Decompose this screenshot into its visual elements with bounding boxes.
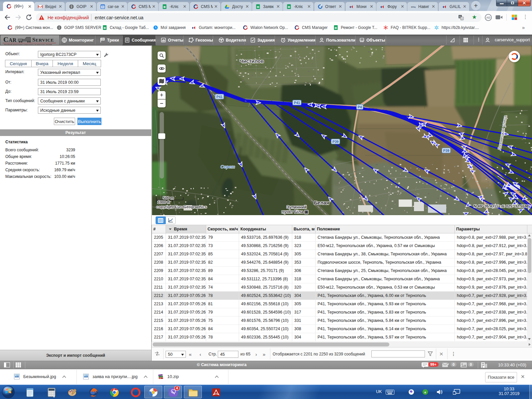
- svg-text:Зупинний: Зупинний: [287, 205, 307, 209]
- svg-text:P39: P39: [332, 140, 339, 144]
- svg-text:e: e: [425, 390, 426, 394]
- svg-text:1000 ft: 1000 ft: [158, 200, 170, 204]
- svg-text:文: 文: [461, 17, 464, 20]
- svg-text:Белая: Белая: [314, 200, 329, 205]
- svg-text:пункт Біла ▣: пункт Біла ▣: [282, 209, 309, 214]
- svg-text:P4: P4: [358, 105, 362, 109]
- svg-text:500 m: 500 m: [163, 196, 174, 200]
- svg-text:N 49° 35.4311' : E 025° 32.559: N 49° 35.4311' : E 025° 32.5598': [474, 204, 530, 208]
- svg-text:P39: P39: [443, 149, 450, 153]
- svg-text:P41: P41: [216, 95, 223, 99]
- svg-text:Серет: Серет: [220, 164, 235, 169]
- svg-text:copyright EuroGeographics: copyright EuroGeographics: [156, 205, 207, 209]
- svg-text:P41: P41: [294, 101, 300, 105]
- svg-text:Чистилов: Чистилов: [240, 58, 264, 64]
- svg-text:?: ?: [156, 351, 158, 354]
